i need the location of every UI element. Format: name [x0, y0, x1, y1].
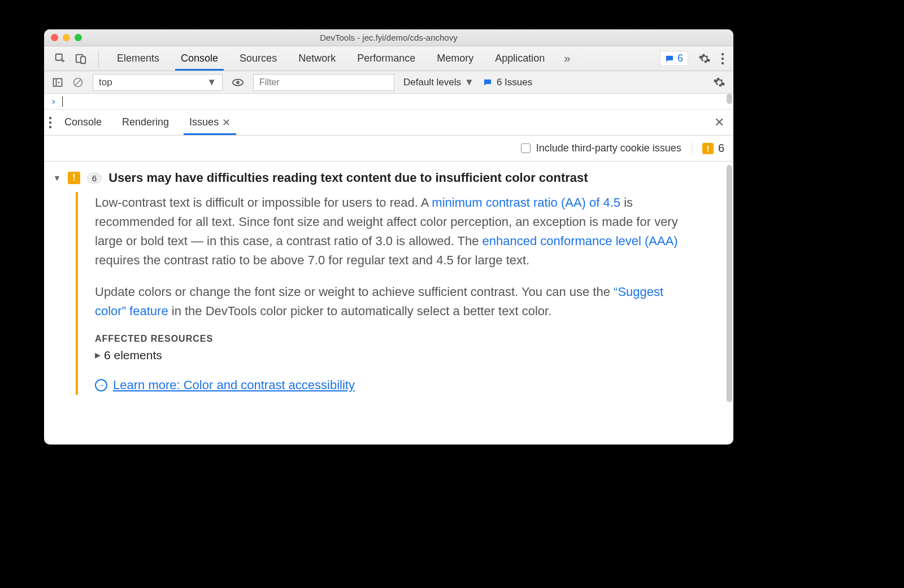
- sidebar-toggle-icon[interactable]: [52, 77, 63, 88]
- window-title: DevTools - jec.fyi/demo/cds-anchovy: [44, 33, 733, 42]
- chevron-down-icon: ▼: [207, 77, 216, 88]
- issue-row[interactable]: ▼ 6 Users may have difficulties reading …: [50, 168, 733, 192]
- live-expression-icon[interactable]: [232, 76, 244, 89]
- minimize-window-button[interactable]: [63, 34, 70, 41]
- drawer-tab-issues[interactable]: Issues ✕: [187, 111, 233, 134]
- issues-total: ! 6: [692, 142, 724, 155]
- issue-description-paragraph: Update colors or change the font size or…: [95, 282, 688, 321]
- issues-link[interactable]: 6 Issues: [483, 77, 532, 88]
- svg-point-5: [722, 62, 724, 64]
- console-settings-gear-icon[interactable]: [713, 76, 725, 89]
- issues-total-count: 6: [718, 142, 724, 155]
- chat-bubble-icon: [665, 54, 674, 63]
- issues-toolbar: Include third-party cookie issues ! 6: [44, 136, 733, 162]
- arrow-circle-icon: →: [95, 379, 107, 391]
- disclosure-triangle-icon: ▶: [95, 351, 101, 359]
- warning-icon: [68, 172, 80, 184]
- chat-bubble-icon: [483, 78, 492, 87]
- svg-point-11: [49, 121, 51, 123]
- issues-link-label: 6 Issues: [497, 77, 532, 88]
- log-levels-label: Default levels: [403, 77, 461, 88]
- warning-icon: !: [702, 143, 714, 154]
- select-element-icon[interactable]: [54, 53, 67, 65]
- tab-memory[interactable]: Memory: [434, 47, 476, 70]
- contrast-aa-link[interactable]: minimum contrast ratio (AA) of 4.5: [432, 195, 620, 210]
- svg-point-3: [722, 53, 724, 55]
- svg-point-12: [49, 125, 51, 128]
- svg-rect-6: [54, 79, 62, 86]
- filter-input[interactable]: [253, 74, 394, 91]
- issue-title: Users may have difficulties reading text…: [108, 171, 588, 185]
- issues-badge[interactable]: 6: [660, 51, 688, 66]
- affected-elements-toggle[interactable]: ▶ 6 elements: [95, 349, 688, 362]
- console-prompt[interactable]: ›: [44, 94, 733, 110]
- drawer-tab-issues-label: Issues: [189, 116, 219, 128]
- issues-badge-count: 6: [677, 53, 683, 64]
- issues-list: ▼ 6 Users may have difficulties reading …: [44, 162, 733, 445]
- tab-console[interactable]: Console: [179, 47, 220, 70]
- close-tab-icon[interactable]: ✕: [222, 116, 231, 129]
- tab-application[interactable]: Application: [493, 47, 547, 70]
- drawer-tab-rendering[interactable]: Rendering: [120, 111, 171, 134]
- disclosure-triangle-icon[interactable]: ▼: [53, 173, 61, 182]
- include-third-party-checkbox[interactable]: Include third-party cookie issues: [521, 142, 681, 154]
- titlebar: DevTools - jec.fyi/demo/cds-anchovy: [44, 29, 733, 46]
- tab-elements[interactable]: Elements: [115, 47, 162, 70]
- tab-sources[interactable]: Sources: [237, 47, 279, 70]
- kebab-menu-icon[interactable]: [721, 53, 724, 65]
- traffic-lights: [51, 34, 82, 41]
- tab-performance[interactable]: Performance: [355, 47, 418, 70]
- learn-more-row: → Learn more: Color and contrast accessi…: [95, 378, 688, 393]
- settings-gear-icon[interactable]: [698, 53, 711, 65]
- main-tabstrip: Elements Console Sources Network Perform…: [44, 46, 733, 71]
- contrast-aaa-link[interactable]: enhanced conformance level (AAA): [483, 234, 678, 248]
- tab-network[interactable]: Network: [296, 47, 338, 70]
- chevron-down-icon: ▼: [464, 77, 474, 88]
- console-toolbar: top ▼ Default levels ▼ 6 Issues: [44, 71, 733, 94]
- svg-rect-0: [56, 54, 62, 60]
- issue-description-paragraph: Low-contrast text is difficult or imposs…: [95, 193, 688, 270]
- svg-point-9: [236, 81, 240, 84]
- issue-details: Low-contrast text is difficult or imposs…: [76, 192, 733, 395]
- drawer-tab-console[interactable]: Console: [62, 111, 104, 134]
- svg-point-4: [722, 57, 724, 59]
- clear-console-icon[interactable]: [72, 77, 84, 88]
- checkbox-icon: [521, 143, 531, 153]
- affected-elements-label: 6 elements: [104, 349, 162, 362]
- close-window-button[interactable]: [51, 34, 58, 41]
- device-toggle-icon[interactable]: [75, 53, 87, 65]
- log-levels-selector[interactable]: Default levels ▼: [403, 77, 474, 88]
- learn-more-link[interactable]: Learn more: Color and contrast accessibi…: [113, 378, 355, 393]
- zoom-window-button[interactable]: [75, 34, 82, 41]
- devtools-window: DevTools - jec.fyi/demo/cds-anchovy Elem…: [44, 29, 733, 445]
- console-scrollbar[interactable]: [727, 94, 732, 109]
- text-cursor: [62, 97, 63, 107]
- issue-occurrence-count: 6: [87, 173, 102, 184]
- include-third-party-label: Include third-party cookie issues: [536, 142, 681, 154]
- drawer-tabstrip: Console Rendering Issues ✕ ✕: [44, 110, 733, 136]
- drawer-close-icon[interactable]: ✕: [710, 115, 729, 130]
- context-selector[interactable]: top ▼: [93, 74, 223, 91]
- context-selector-value: top: [99, 77, 112, 88]
- svg-rect-2: [81, 56, 85, 63]
- svg-point-10: [49, 116, 51, 119]
- prompt-caret-icon: ›: [51, 96, 56, 107]
- more-tabs-icon[interactable]: »: [564, 47, 570, 70]
- affected-resources-heading: AFFECTED RESOURCES: [95, 334, 688, 344]
- drawer-kebab-menu-icon[interactable]: [49, 116, 52, 129]
- main-tabs: Elements Console Sources Network Perform…: [105, 47, 570, 70]
- issues-scrollbar[interactable]: [727, 162, 732, 445]
